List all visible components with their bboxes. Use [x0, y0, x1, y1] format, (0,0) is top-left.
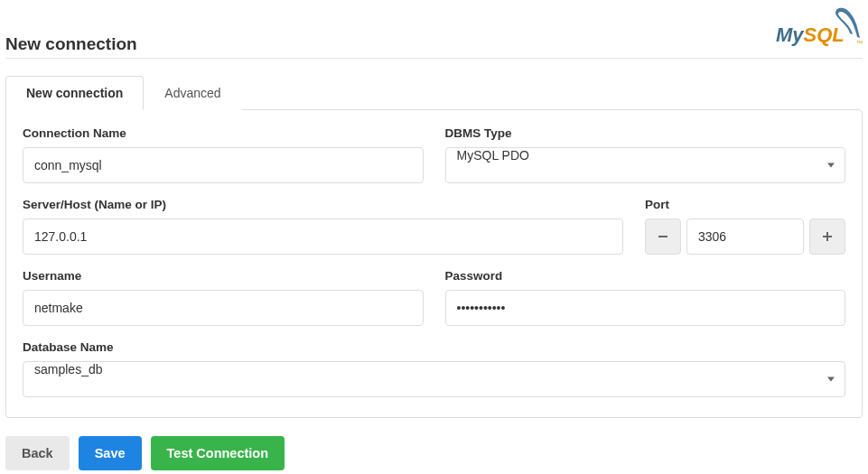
connection-name-input[interactable] — [23, 147, 424, 183]
password-label: Password — [445, 269, 846, 283]
dbms-type-label: DBMS Type — [445, 126, 846, 140]
form-panel: Connection Name DBMS Type MySQL PDO Serv… — [5, 109, 863, 418]
port-input[interactable] — [686, 218, 804, 255]
tab-advanced[interactable]: Advanced — [144, 76, 241, 110]
svg-text:™: ™ — [856, 40, 863, 46]
server-host-label: Server/Host (Name or IP) — [23, 198, 623, 211]
dbms-type-select[interactable]: MySQL PDO — [445, 147, 846, 183]
mysql-logo: MySQL ™ — [772, 5, 863, 54]
database-name-select[interactable]: samples_db — [23, 361, 845, 397]
svg-rect-5 — [826, 232, 828, 241]
back-button[interactable]: Back — [5, 436, 70, 470]
svg-point-0 — [840, 14, 843, 16]
plus-icon — [821, 230, 834, 243]
svg-text:MySQL: MySQL — [776, 23, 845, 46]
page-title: New connection — [5, 34, 137, 54]
minus-icon — [657, 230, 669, 243]
tab-new-connection[interactable]: New connection — [5, 76, 144, 110]
database-name-label: Database Name — [23, 340, 845, 354]
footer-actions: Back Save Test Connection — [5, 436, 863, 470]
svg-rect-3 — [658, 236, 667, 237]
username-label: Username — [23, 269, 424, 283]
connection-name-label: Connection Name — [23, 126, 424, 140]
test-connection-button[interactable]: Test Connection — [151, 436, 285, 470]
port-increment-button[interactable] — [809, 218, 845, 255]
password-input[interactable] — [445, 290, 846, 326]
port-decrement-button[interactable] — [645, 218, 681, 255]
port-label: Port — [645, 198, 845, 211]
tabs: New connection Advanced — [5, 75, 863, 109]
save-button[interactable]: Save — [79, 436, 142, 470]
server-host-input[interactable] — [23, 218, 623, 255]
username-input[interactable] — [23, 290, 424, 326]
